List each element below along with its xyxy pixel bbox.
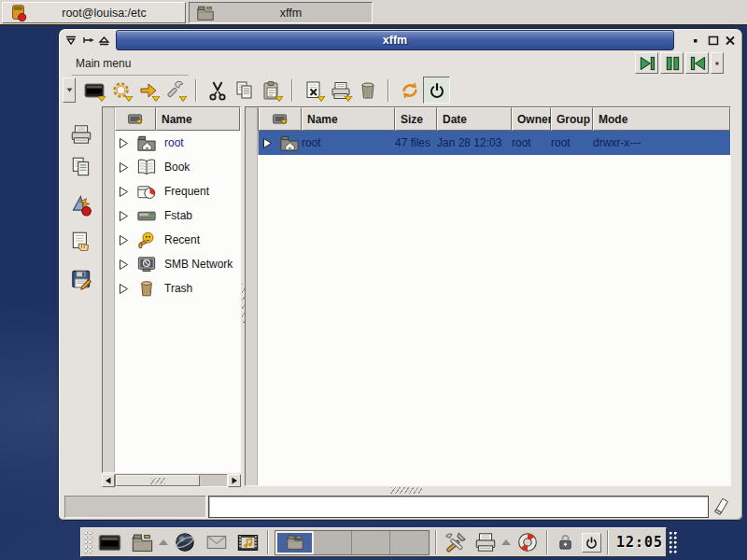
tree-label: Recent xyxy=(164,233,200,246)
back-to-start-icon xyxy=(688,54,707,73)
paste-button[interactable] xyxy=(258,77,285,104)
print-button[interactable] xyxy=(327,77,354,104)
tree-label: Trash xyxy=(164,282,192,295)
panel-lock-button[interactable] xyxy=(554,529,576,556)
expander-icon[interactable] xyxy=(119,210,129,222)
terminal-button[interactable] xyxy=(80,77,107,104)
properties-button[interactable] xyxy=(300,77,327,104)
recent-icon xyxy=(135,230,158,251)
file-header-icon-cell[interactable] xyxy=(259,107,302,131)
maximize-icon[interactable] xyxy=(706,35,720,47)
tree-header-name[interactable]: Name xyxy=(156,107,240,131)
taskbar-task-terminal[interactable]: root@louisa:/etc xyxy=(2,2,186,23)
panel-browser-launcher[interactable] xyxy=(171,529,198,556)
nav-extra-button[interactable] xyxy=(711,52,724,74)
pager-desktop-4[interactable] xyxy=(390,531,429,554)
copy-button[interactable] xyxy=(231,77,258,104)
scroll-left-button[interactable] xyxy=(102,474,115,487)
pager-desktop-2[interactable] xyxy=(314,531,352,554)
panel-clock[interactable]: 12:05 xyxy=(616,534,663,551)
file-header: Name Size Date Owner Group Mode xyxy=(246,107,730,131)
command-entry[interactable] xyxy=(208,496,709,518)
panel-media-launcher[interactable] xyxy=(234,529,261,556)
cut-button[interactable] xyxy=(204,77,231,104)
settings-button[interactable] xyxy=(107,77,134,104)
expander-icon[interactable] xyxy=(262,137,273,149)
stick-window-icon[interactable] xyxy=(81,35,95,47)
panel-grip-left[interactable] xyxy=(84,531,92,553)
scrollbar-track[interactable] xyxy=(115,474,228,487)
expander-icon[interactable] xyxy=(119,137,129,149)
close-icon[interactable] xyxy=(723,35,737,47)
column-owner[interactable]: Owner xyxy=(512,107,551,131)
panel-help-launcher[interactable] xyxy=(514,529,541,556)
reload-icon xyxy=(399,79,421,102)
folder-icon xyxy=(195,3,216,23)
tree-row-frequent[interactable]: Frequent xyxy=(103,179,240,203)
titlebar-right-buttons xyxy=(674,30,741,50)
column-name[interactable]: Name xyxy=(302,107,395,131)
sidebar-save-button[interactable] xyxy=(69,267,94,292)
expander-icon[interactable] xyxy=(119,186,129,198)
column-group[interactable]: Group xyxy=(551,107,593,131)
go-forward-button[interactable] xyxy=(635,52,658,74)
main-menu-item[interactable]: Main menu xyxy=(72,54,189,76)
quit-button[interactable] xyxy=(423,77,450,104)
chevron-down-icon xyxy=(66,88,73,92)
tree-row-recent[interactable]: Recent xyxy=(103,228,240,252)
minimize-icon[interactable] xyxy=(689,35,703,47)
sidebar-green-sphere-button[interactable] xyxy=(69,342,94,367)
status-splitter[interactable] xyxy=(390,487,422,494)
chevron-down-icon xyxy=(179,96,188,103)
files-popup-arrow-icon[interactable] xyxy=(159,539,168,545)
panel-quit-button[interactable] xyxy=(582,533,601,553)
sidebar-touch-button[interactable] xyxy=(69,230,94,255)
toolbar-detach-button[interactable] xyxy=(63,77,76,103)
film-music-icon xyxy=(235,530,261,555)
window-menu-icon[interactable] xyxy=(64,35,78,47)
taskbar-task-xffm[interactable]: xffm xyxy=(189,2,373,23)
sidebar-run-button[interactable] xyxy=(69,192,94,217)
lock-icon xyxy=(556,533,575,553)
panel-mail-launcher[interactable] xyxy=(203,529,230,556)
sidebar-print-button[interactable] xyxy=(69,122,94,147)
panel-grip-right[interactable] xyxy=(669,531,677,553)
expander-icon[interactable] xyxy=(119,161,129,174)
expander-icon[interactable] xyxy=(119,234,129,246)
pager-desktop-1[interactable] xyxy=(275,531,314,554)
tools-button[interactable] xyxy=(162,77,189,104)
file-row-root-selected[interactable]: root 47 files Jan 28 12:03 root root drw… xyxy=(246,131,730,155)
panel-terminal-launcher[interactable] xyxy=(96,529,123,556)
progress-area xyxy=(64,496,206,518)
expander-icon[interactable] xyxy=(119,283,129,295)
tree-row-book[interactable]: Book xyxy=(103,155,240,179)
panel-print-launcher[interactable] xyxy=(472,529,499,556)
print-popup-arrow-icon[interactable] xyxy=(501,539,511,545)
tree-row-root[interactable]: root xyxy=(103,131,240,155)
column-mode[interactable]: Mode xyxy=(593,107,730,131)
goto-button[interactable] xyxy=(134,77,162,104)
column-size[interactable]: Size xyxy=(395,107,437,131)
trash-button[interactable] xyxy=(354,77,381,104)
titlebar[interactable]: xffm xyxy=(60,30,741,50)
pause-button[interactable] xyxy=(660,52,684,74)
expander-icon[interactable] xyxy=(119,259,129,271)
sidebar-red-sphere-button[interactable] xyxy=(69,304,94,329)
shade-window-icon[interactable] xyxy=(97,35,111,47)
column-date[interactable]: Date xyxy=(437,107,512,131)
scroll-right-button[interactable] xyxy=(228,474,241,487)
tree-row-fstab[interactable]: Fstab xyxy=(103,203,240,228)
pager-desktop-3[interactable] xyxy=(352,531,390,554)
tree-header-icon-cell[interactable] xyxy=(115,107,156,131)
tree-row-smb-network[interactable]: SMB Network xyxy=(103,252,240,276)
sidebar-copy-button[interactable] xyxy=(69,155,94,180)
tree-row-trash[interactable]: Trash xyxy=(103,276,240,301)
reload-button[interactable] xyxy=(396,77,423,104)
panel-files-launcher[interactable] xyxy=(129,529,156,556)
go-back-button[interactable] xyxy=(685,52,709,74)
cell-group: root xyxy=(551,136,593,149)
panel-settings-launcher[interactable] xyxy=(443,529,470,556)
clear-entry-button[interactable] xyxy=(712,497,732,520)
scrollbar-thumb[interactable] xyxy=(116,475,200,486)
cell-date: Jan 28 12:03 xyxy=(437,136,512,149)
